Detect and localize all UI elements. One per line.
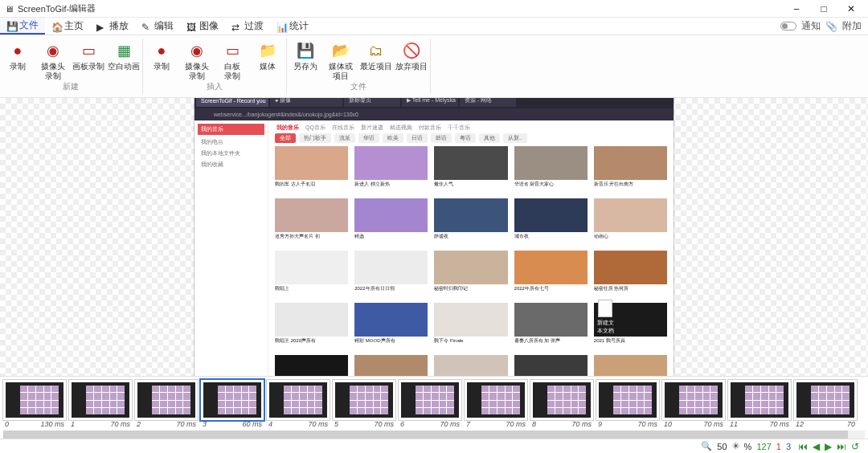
ribbon-icon: 💾 xyxy=(294,39,317,62)
filter-pill: 欧美 xyxy=(383,133,403,143)
timeline-frame[interactable]: 570 ms xyxy=(333,380,395,431)
app-name: ScreenToGif xyxy=(18,4,67,14)
tab-0[interactable]: 💾文件 xyxy=(0,18,45,35)
timeline-frame[interactable]: 170 ms xyxy=(69,380,132,431)
timeline-frame[interactable]: 1270 xyxy=(794,380,857,431)
tab-4[interactable]: 🖼图像 xyxy=(180,18,225,35)
frame-ms: 60 ms xyxy=(242,420,262,428)
timeline-frame[interactable]: 1170 ms xyxy=(728,380,791,431)
ribbon-btn-0-3[interactable]: ▦空白动画 xyxy=(106,37,141,81)
timeline-frame[interactable]: 0130 ms xyxy=(3,380,66,431)
timeline-frame[interactable]: 1070 ms xyxy=(662,380,725,431)
frame-index: 10 xyxy=(664,420,672,428)
ribbon-btn-1-2[interactable]: ▭白板 录制 xyxy=(215,37,250,81)
ribbon-btn-2-1[interactable]: 📂媒体或 项目 xyxy=(323,37,358,81)
ribbon-btn-1-1[interactable]: ◉摄像头 录制 xyxy=(179,37,215,81)
browser-tab: ScreenToGif - Record you xyxy=(196,98,268,107)
ribbon-label: 另存为 xyxy=(293,62,317,81)
frame-index: 0 xyxy=(5,420,9,428)
browser-tab: 新标签页 xyxy=(344,98,400,107)
group-title: 文件 xyxy=(288,81,429,92)
ribbon-btn-2-2[interactable]: 🗂最近项目 xyxy=(358,37,394,81)
attach-label[interactable]: 附加 xyxy=(842,19,862,33)
ribbon-icon: ◉ xyxy=(42,39,64,62)
grid-card: 我下令 Finale xyxy=(434,303,507,350)
ribbon-btn-2-0[interactable]: 💾另存为 xyxy=(288,37,323,81)
grid-card: 华语名 厨音大家心 xyxy=(514,146,588,194)
ribbon-label: 空白动画 xyxy=(108,62,140,81)
maximize-button[interactable]: □ xyxy=(810,0,837,18)
ribbon-btn-0-2[interactable]: ▭画板录制 xyxy=(71,37,106,81)
ribbon-label: 摄像头 录制 xyxy=(41,62,65,81)
tab-2[interactable]: ▶播放 xyxy=(90,18,135,35)
grid-card xyxy=(434,355,507,376)
grid-card: 番奏八所所有 加 弹声 xyxy=(514,303,588,350)
timeline-frame[interactable]: 270 ms xyxy=(135,380,198,431)
frame-index: 12 xyxy=(796,420,804,428)
group-title: 插入 xyxy=(144,81,285,92)
tab-label: 过渡 xyxy=(244,19,264,33)
ribbon-label: 最近项目 xyxy=(360,62,392,81)
playback-btn-4[interactable]: ↺ xyxy=(851,441,859,452)
grid-card: 最佳人气 xyxy=(434,146,507,194)
nav-item: 在线音乐 xyxy=(332,124,354,132)
timeline: 0130 ms170 ms270 ms360 ms470 ms570 ms670… xyxy=(0,376,868,439)
ribbon-btn-0-1[interactable]: ◉摄像头 录制 xyxy=(35,37,71,81)
timeline-frame[interactable]: 670 ms xyxy=(399,380,461,431)
ribbon-icon: 🚫 xyxy=(400,39,423,62)
timeline-frame[interactable]: 470 ms xyxy=(267,380,330,431)
timeline-frame[interactable]: 870 ms xyxy=(530,380,593,431)
grid-card: 秘密住所 热何所 xyxy=(594,251,667,298)
grid-card xyxy=(514,355,588,376)
grid-card: 动画心 xyxy=(594,198,667,246)
tab-icon: ✎ xyxy=(141,22,151,31)
nav-item: 千千音乐 xyxy=(448,124,470,132)
ribbon-label: 录制 xyxy=(154,62,170,81)
ribbon-label: 媒体或 项目 xyxy=(329,62,353,81)
tab-label: 播放 xyxy=(109,19,129,33)
ribbon-btn-0-0[interactable]: ●录制 xyxy=(0,37,35,81)
notify-toggle[interactable] xyxy=(780,22,796,31)
ribbon-btn-1-0[interactable]: ●录制 xyxy=(144,37,179,81)
ribbon-label: 画板录制 xyxy=(72,62,104,81)
tab-label: 主页 xyxy=(64,19,84,33)
ribbon-icon: ▭ xyxy=(221,39,244,62)
frame-ms: 70 ms xyxy=(506,420,526,428)
frame-ms: 70 ms xyxy=(769,420,789,428)
playback-btn-0[interactable]: ⏮ xyxy=(798,441,808,452)
tab-icon: 🏠 xyxy=(51,22,61,31)
timeline-scrollbar[interactable] xyxy=(3,431,865,439)
sidebar-header: 我的音乐 xyxy=(198,124,264,135)
close-button[interactable]: ✕ xyxy=(837,0,865,18)
playback-btn-2[interactable]: ▶ xyxy=(825,441,832,452)
timeline-frame[interactable]: 770 ms xyxy=(465,380,527,431)
ribbon-label: 摄像头 录制 xyxy=(185,62,209,81)
tab-1[interactable]: 🏠主页 xyxy=(45,18,90,35)
sidebar-item: 我的电台 xyxy=(198,137,264,148)
ribbon-btn-2-3[interactable]: 🚫放弃项目 xyxy=(394,37,429,81)
filter-pill: 全部 xyxy=(275,133,296,143)
timeline-frame[interactable]: 360 ms xyxy=(201,380,264,431)
tab-3[interactable]: ✎编辑 xyxy=(135,18,180,35)
playback-btn-3[interactable]: ⏭ xyxy=(837,441,846,452)
desktop-file: 新建文本文档 xyxy=(595,300,616,335)
frame-index: 4 xyxy=(268,420,272,428)
minimize-button[interactable]: – xyxy=(783,0,810,18)
tab-5[interactable]: ⇄过渡 xyxy=(225,18,270,35)
playback-btn-1[interactable]: ◀ xyxy=(813,441,820,452)
filter-pill: 华语 xyxy=(358,133,379,143)
grid-card: 城市夜 xyxy=(514,198,588,246)
filter-pill: 流派 xyxy=(334,133,355,143)
ribbon-btn-1-3[interactable]: 📁媒体 xyxy=(250,37,285,81)
timeline-frame[interactable]: 970 ms xyxy=(596,380,659,431)
ribbon-label: 媒体 xyxy=(260,62,276,81)
tab-6[interactable]: 📊统计 xyxy=(270,18,315,35)
grid-card: 精选 xyxy=(354,198,428,246)
tab-icon: ⇄ xyxy=(231,22,241,31)
ribbon-icon: ▦ xyxy=(113,39,135,62)
url-value: webservice.../banjokogen#&index&/onokojo… xyxy=(214,112,358,117)
tab-icon: 💾 xyxy=(6,21,16,31)
zoom-value[interactable]: 50 xyxy=(717,442,727,451)
editor-canvas[interactable]: ScreenToGif - Record you● 摄像新标签页▶ Tell m… xyxy=(0,98,868,376)
ribbon-icon: 📁 xyxy=(256,39,279,62)
